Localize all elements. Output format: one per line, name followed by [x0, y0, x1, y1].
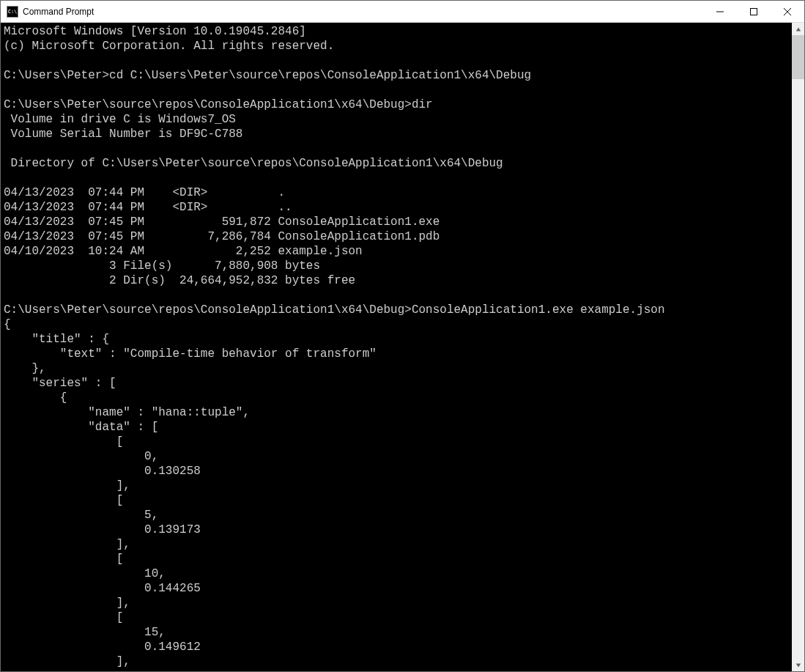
- output-line: "data" : [: [4, 421, 158, 434]
- output-line: Volume Serial Number is DF9C-C788: [4, 128, 242, 141]
- output-line: 10,: [4, 567, 166, 580]
- output-line: ],: [4, 479, 130, 492]
- output-line: 04/13/2023 07:44 PM <DIR> ..: [4, 201, 292, 214]
- svg-marker-5: [795, 663, 800, 667]
- command-prompt-icon: C:\: [7, 6, 18, 18]
- svg-rect-1: [751, 8, 757, 15]
- output-line: "text" : "Compile-time behavior of trans…: [4, 347, 376, 361]
- output-line: "name" : "hana::tuple",: [4, 406, 250, 419]
- output-line: Microsoft Windows [Version 10.0.19045.28…: [4, 25, 306, 38]
- output-line: Directory of C:\Users\Peter\source\repos…: [4, 157, 503, 170]
- scroll-down-button[interactable]: [792, 659, 804, 671]
- output-line: 0,: [4, 450, 158, 463]
- output-line: ],: [4, 655, 130, 668]
- output-line: [: [4, 611, 123, 624]
- output-line: {: [4, 391, 67, 405]
- window-controls: [703, 1, 804, 22]
- chevron-up-icon: [795, 26, 801, 32]
- output-line: 5,: [4, 509, 158, 522]
- scroll-track[interactable]: [792, 35, 804, 659]
- close-button[interactable]: [771, 1, 804, 22]
- output-line: {: [4, 318, 11, 331]
- output-line: C:\Users\Peter\source\repos\ConsoleAppli…: [4, 98, 433, 111]
- minimize-icon: [716, 8, 724, 15]
- close-icon: [784, 8, 791, 15]
- output-line: 15,: [4, 626, 166, 639]
- svg-marker-4: [795, 27, 800, 31]
- output-line: C:\Users\Peter\source\repos\ConsoleAppli…: [4, 303, 665, 317]
- output-line: 04/13/2023 07:45 PM 591,872 ConsoleAppli…: [4, 215, 439, 229]
- scroll-thumb[interactable]: [792, 35, 804, 79]
- output-line: 04/10/2023 10:24 AM 2,252 example.json: [4, 245, 363, 258]
- output-line: 04/13/2023 07:44 PM <DIR> .: [4, 186, 285, 199]
- titlebar[interactable]: C:\ Command Prompt: [1, 1, 804, 23]
- output-line: },: [4, 362, 46, 375]
- console-area: Microsoft Windows [Version 10.0.19045.28…: [1, 23, 804, 671]
- output-line: [: [4, 435, 123, 448]
- output-line: 0.144265: [4, 582, 201, 595]
- minimize-button[interactable]: [703, 1, 737, 22]
- output-line: Volume in drive C is Windows7_OS: [4, 113, 236, 126]
- output-line: ],: [4, 597, 130, 610]
- output-line: [: [4, 494, 123, 507]
- maximize-button[interactable]: [737, 1, 771, 22]
- output-line: (c) Microsoft Corporation. All rights re…: [4, 40, 334, 53]
- output-line: 0.139173: [4, 523, 201, 536]
- output-line: 0.149612: [4, 640, 201, 654]
- vertical-scrollbar[interactable]: [792, 23, 804, 671]
- output-line: "title" : {: [4, 333, 109, 346]
- maximize-icon: [750, 8, 757, 15]
- output-line: 0.130258: [4, 465, 201, 478]
- console-output[interactable]: Microsoft Windows [Version 10.0.19045.28…: [1, 23, 792, 671]
- chevron-down-icon: [795, 662, 801, 668]
- output-line: 04/13/2023 07:45 PM 7,286,784 ConsoleApp…: [4, 230, 439, 243]
- scroll-up-button[interactable]: [792, 23, 804, 35]
- output-line: "series" : [: [4, 377, 116, 390]
- output-line: [: [4, 553, 123, 566]
- command-prompt-window: C:\ Command Prompt Microsoft Windows [Ve…: [0, 0, 805, 672]
- output-line: 3 File(s) 7,880,908 bytes: [4, 259, 320, 273]
- output-line: 2 Dir(s) 24,664,952,832 bytes free: [4, 274, 355, 287]
- output-line: ],: [4, 538, 130, 551]
- output-line: C:\Users\Peter>cd C:\Users\Peter\source\…: [4, 69, 531, 82]
- window-title: Command Prompt: [23, 7, 703, 17]
